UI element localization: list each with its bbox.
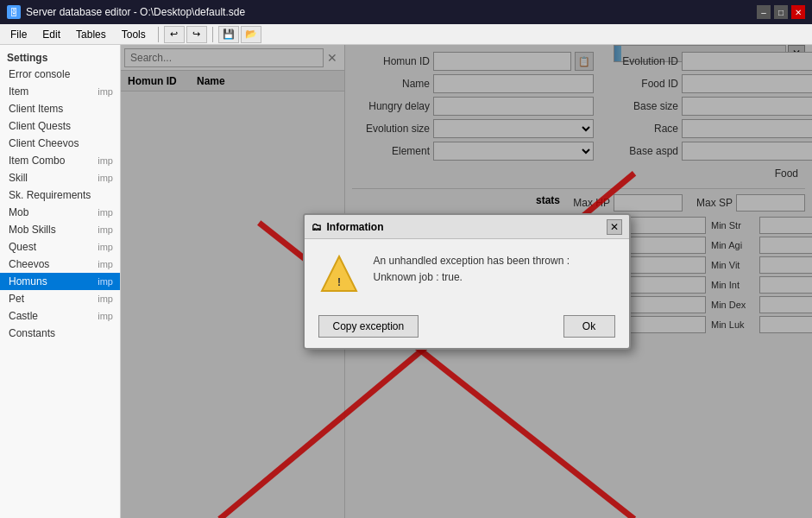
redo-button[interactable]: ↪ — [186, 26, 207, 43]
copy-exception-button[interactable]: Copy exception — [318, 315, 419, 338]
sidebar-item-homuns[interactable]: Homuns imp — [0, 273, 120, 290]
sidebar-item-mob[interactable]: Mob imp — [0, 204, 120, 221]
minimize-button[interactable]: – — [757, 5, 771, 19]
menu-tables[interactable]: Tables — [69, 27, 113, 42]
ok-button[interactable]: Ok — [563, 315, 615, 338]
modal-dialog: 🗂 Information ✕ ! An — [303, 213, 631, 350]
toolbar-separator — [158, 27, 159, 42]
toolbar-btn-1[interactable]: 💾 — [218, 26, 239, 43]
sidebar-item-pet[interactable]: Pet imp — [0, 290, 120, 307]
sidebar-item-client-cheevos[interactable]: Client Cheevos — [0, 135, 120, 152]
modal-message-line1: An unhandled exception has been thrown : — [374, 253, 615, 269]
title-bar: 🗄 Server database editor - O:\Desktop\de… — [0, 0, 812, 24]
sidebar-item-item[interactable]: Item imp — [0, 83, 120, 100]
menu-file[interactable]: File — [3, 27, 34, 42]
main-layout: Settings Error console Item imp Client I… — [0, 45, 812, 518]
modal-footer: Copy exception Ok — [305, 308, 629, 348]
content-area: ✕ Homun ID Name Homun ID 📋 — [121, 45, 812, 518]
sidebar-item-castle[interactable]: Castle imp — [0, 307, 120, 325]
title-bar-title: Server database editor - O:\Desktop\defa… — [26, 6, 245, 18]
sidebar-item-item-combo[interactable]: Item Combo imp — [0, 152, 120, 169]
sidebar-error-console[interactable]: Error console — [0, 66, 120, 83]
sidebar-item-cheevos[interactable]: Cheevos imp — [0, 256, 120, 273]
menu-edit[interactable]: Edit — [35, 27, 67, 42]
settings-section-label: Settings — [0, 48, 120, 66]
close-button[interactable]: ✕ — [791, 5, 805, 19]
modal-title-icon: 🗂 — [312, 221, 322, 233]
undo-button[interactable]: ↩ — [164, 26, 185, 43]
modal-close-button[interactable]: ✕ — [607, 219, 622, 235]
modal-messages: An unhandled exception has been thrown :… — [374, 253, 615, 286]
menu-bar: File Edit Tables Tools ↩ ↪ 💾 📂 3.85 % ✕ — [0, 24, 812, 45]
sidebar-item-mob-skills[interactable]: Mob Skills imp — [0, 221, 120, 238]
maximize-button[interactable]: □ — [774, 5, 788, 19]
sidebar-item-client-quests[interactable]: Client Quests — [0, 117, 120, 135]
modal-body: ! An unhandled exception has been thrown… — [305, 239, 629, 308]
modal-message-line2: Unknown job : true. — [374, 269, 615, 286]
sidebar-item-skill[interactable]: Skill imp — [0, 169, 120, 186]
modal-content-row: ! An unhandled exception has been thrown… — [318, 253, 615, 294]
modal-overlay: 🗂 Information ✕ ! An — [121, 45, 812, 518]
sidebar-item-constants[interactable]: Constants — [0, 325, 120, 342]
warning-icon: ! — [318, 253, 360, 294]
sidebar-item-sk-requirements[interactable]: Sk. Requirements — [0, 186, 120, 204]
modal-title: 🗂 Information — [312, 221, 384, 233]
svg-text:!: ! — [337, 276, 341, 288]
toolbar-btn-2[interactable]: 📂 — [241, 26, 261, 43]
sidebar: Settings Error console Item imp Client I… — [0, 45, 121, 518]
app-icon: 🗄 — [7, 5, 21, 19]
toolbar-separator-2 — [212, 27, 213, 42]
modal-title-bar: 🗂 Information ✕ — [305, 215, 629, 239]
sidebar-item-client-items[interactable]: Client Items — [0, 100, 120, 117]
menu-tools[interactable]: Tools — [115, 27, 153, 42]
sidebar-item-quest[interactable]: Quest imp — [0, 238, 120, 256]
